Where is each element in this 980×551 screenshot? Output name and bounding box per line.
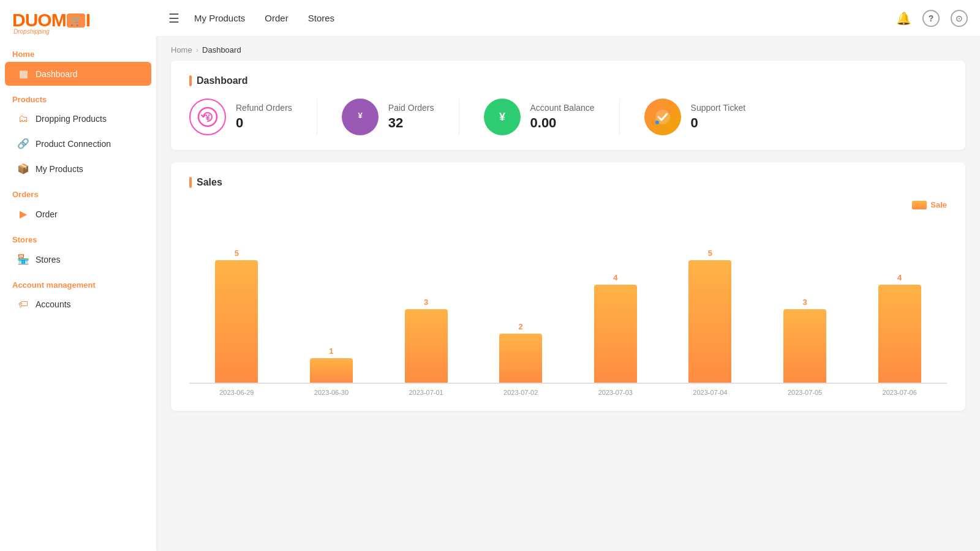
refund-icon: ¥ — [189, 99, 226, 135]
accounts-icon: 🏷 — [17, 299, 29, 310]
breadcrumb-separator: › — [196, 45, 198, 54]
ticket-label: Support Ticket — [691, 103, 746, 113]
sidebar-item-dashboard[interactable]: ▦ Dashboard — [5, 62, 151, 86]
order-icon: ▶ — [17, 208, 29, 220]
bar-value-label: 5 — [708, 249, 712, 258]
bar-group: 5 — [189, 219, 284, 383]
my-products-icon: 📦 — [17, 163, 29, 174]
chart-date-label: 2023-06-29 — [189, 384, 284, 396]
bar-group: 4 — [568, 219, 663, 383]
bar-value-label: 1 — [329, 347, 333, 356]
chart-labels-row: 2023-06-292023-06-302023-07-012023-07-02… — [189, 384, 947, 396]
sales-title-text: Sales — [197, 177, 222, 188]
topnav-stores[interactable]: Stores — [308, 10, 334, 26]
logo-i: I — [86, 10, 91, 31]
refund-label: Refund Orders — [236, 103, 292, 113]
product-connection-icon: 🔗 — [17, 138, 29, 149]
sidebar-home-section: Home — [0, 41, 156, 61]
bar-group: 2 — [473, 219, 568, 383]
bar-group: 4 — [852, 219, 947, 383]
sidebar-item-product-connection[interactable]: 🔗 Product Connection — [5, 132, 151, 156]
chart-date-label: 2023-07-06 — [852, 384, 947, 396]
stat-divider-1 — [317, 99, 317, 135]
stat-divider-2 — [459, 99, 459, 135]
sidebar-accounts-label: Accounts — [36, 299, 71, 309]
stat-paid: ¥ Paid Orders 32 — [342, 99, 434, 135]
breadcrumb-current: Dashboard — [202, 45, 241, 54]
breadcrumb-home[interactable]: Home — [171, 45, 192, 54]
sidebar-order-label: Order — [36, 209, 58, 219]
bar-value-label: 4 — [613, 273, 617, 282]
chart-date-label: 2023-06-30 — [284, 384, 379, 396]
topnav: ☰ My Products Order Stores 🔔 ? ⊙ — [156, 0, 980, 37]
stat-balance-info: Account Balance 0.00 — [530, 103, 595, 131]
bar-group: 5 — [663, 219, 758, 383]
paid-label: Paid Orders — [388, 103, 434, 113]
menu-button[interactable]: ☰ — [168, 11, 179, 26]
sales-title: Sales — [189, 177, 947, 188]
sidebar-stores-section: Stores — [0, 227, 156, 247]
sidebar-item-my-products[interactable]: 📦 My Products — [5, 157, 151, 181]
topnav-order[interactable]: Order — [265, 10, 288, 26]
topnav-my-products[interactable]: My Products — [194, 10, 245, 26]
chart-area: Sale 51324534 2023-06-292023-06-302023-0… — [189, 200, 947, 396]
bell-icon[interactable]: 🔔 — [896, 11, 911, 26]
chart-bar — [688, 260, 731, 383]
sales-chart-card: Sales Sale 51324534 2023-06-292023-06-30… — [171, 162, 965, 411]
chart-date-label: 2023-07-01 — [379, 384, 473, 396]
bar-value-label: 3 — [424, 298, 428, 307]
chart-bar — [783, 309, 826, 383]
stat-ticket: Support Ticket 0 — [644, 99, 746, 135]
ticket-value: 0 — [691, 115, 746, 131]
sidebar-product-connection-label: Product Connection — [36, 139, 111, 149]
stat-refund: ¥ Refund Orders 0 — [189, 99, 292, 135]
chart-date-label: 2023-07-05 — [758, 384, 853, 396]
content-area: Dashboard ¥ Refund Orders — [156, 58, 980, 551]
sidebar-account-section: Account management — [0, 272, 156, 292]
sales-title-bar — [189, 177, 192, 188]
sidebar-item-accounts[interactable]: 🏷 Accounts — [5, 293, 151, 316]
chart-date-label: 2023-07-02 — [473, 384, 568, 396]
chart-bar — [215, 260, 258, 383]
dropping-products-icon: 🗂 — [17, 113, 29, 124]
logo: DUOM 🛒 I Dropshipping — [0, 0, 156, 41]
logo-tagline: Dropshipping — [13, 28, 50, 35]
chart-date-label: 2023-07-04 — [663, 384, 758, 396]
sidebar-dropping-products-label: Dropping Products — [36, 114, 107, 124]
sidebar-item-stores[interactable]: 🏪 Stores — [5, 247, 151, 271]
sidebar-stores-label: Stores — [36, 255, 60, 264]
sidebar-my-products-label: My Products — [36, 164, 83, 174]
breadcrumb: Home › Dashboard — [156, 37, 980, 58]
user-icon[interactable]: ⊙ — [951, 10, 968, 27]
chart-bar — [405, 309, 448, 383]
dashboard-icon: ▦ — [17, 68, 29, 80]
chart-bars-container: 51324534 — [189, 200, 947, 384]
sidebar-item-dropping-products[interactable]: 🗂 Dropping Products — [5, 107, 151, 130]
bar-group: 3 — [379, 219, 473, 383]
chart-bar — [594, 285, 637, 383]
bar-group: 1 — [284, 219, 379, 383]
sidebar-item-order[interactable]: ▶ Order — [5, 202, 151, 226]
stat-balance: ¥ Account Balance 0.00 — [484, 99, 595, 135]
bar-value-label: 3 — [802, 298, 807, 307]
help-icon[interactable]: ? — [922, 10, 940, 27]
main-content: ☰ My Products Order Stores 🔔 ? ⊙ Home › … — [156, 0, 980, 551]
paid-icon: ¥ — [342, 99, 379, 135]
dashboard-title: Dashboard — [189, 75, 947, 86]
chart-bar — [878, 285, 921, 383]
bar-group: 3 — [758, 219, 853, 383]
dashboard-title-text: Dashboard — [197, 75, 248, 86]
ticket-icon — [644, 99, 681, 135]
svg-point-8 — [655, 121, 659, 124]
balance-icon: ¥ — [484, 99, 521, 135]
sidebar-products-section: Products — [0, 86, 156, 107]
stats-row: ¥ Refund Orders 0 ¥ — [189, 99, 947, 135]
balance-value: 0.00 — [530, 115, 595, 131]
topnav-icons: 🔔 ? ⊙ — [896, 10, 968, 27]
refund-value: 0 — [236, 115, 292, 131]
sidebar-dashboard-label: Dashboard — [36, 69, 78, 79]
svg-text:¥: ¥ — [499, 111, 505, 123]
title-bar-decoration — [189, 75, 192, 86]
svg-text:¥: ¥ — [205, 113, 210, 122]
dashboard-stats-card: Dashboard ¥ Refund Orders — [171, 61, 965, 150]
